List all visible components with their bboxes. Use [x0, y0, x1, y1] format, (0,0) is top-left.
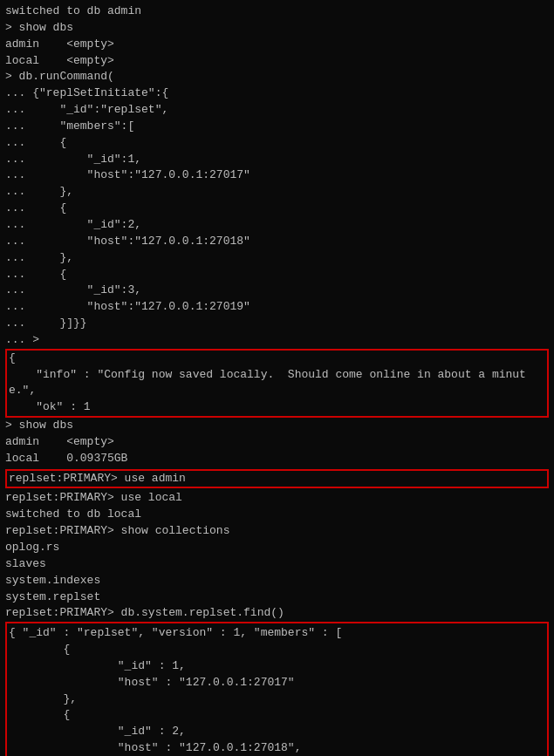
- line-41: "host" : "127.0.0.1:27017": [9, 675, 545, 691]
- line-27: admin <empty>: [5, 434, 549, 451]
- terminal-window: switched to db admin > show dbs admin <e…: [0, 0, 554, 756]
- line-28: local 0.09375GB: [5, 451, 549, 467]
- line-13: ... {: [5, 201, 549, 217]
- line-7: ... "_id":"replset",: [5, 102, 549, 119]
- line-6: ... {"replSetInitiate":{: [5, 85, 549, 102]
- line-39: {: [9, 642, 545, 658]
- line-42: },: [9, 691, 545, 708]
- line-4: local <empty>: [5, 53, 549, 70]
- line-12: ... },: [5, 184, 549, 201]
- use-admin-box: replset:PRIMARY> use admin: [5, 469, 549, 489]
- line-2: > show dbs: [5, 20, 549, 37]
- line-35: system.indexes: [5, 573, 549, 589]
- line-15: ... "host":"127.0.0.1:27018": [5, 234, 549, 250]
- line-3: admin <empty>: [5, 37, 549, 53]
- line-16: ... },: [5, 250, 549, 267]
- line-10: ... "_id":1,: [5, 152, 549, 168]
- line-38: { "_id" : "replset", "version" : 1, "mem…: [9, 625, 545, 642]
- line-37: replset:PRIMARY> db.system.replset.find(…: [5, 605, 549, 622]
- line-36: system.replset: [5, 589, 549, 606]
- line-45: "host" : "127.0.0.1:27018",: [9, 740, 545, 756]
- line-30: replset:PRIMARY> use local: [5, 490, 549, 507]
- line-8: ... "members":[: [5, 119, 549, 135]
- line-17: ... {: [5, 267, 549, 283]
- replset-find-box: { "_id" : "replset", "version" : 1, "mem…: [5, 622, 549, 756]
- line-23: "info" : "Config now saved locally. Shou…: [9, 367, 545, 384]
- line-1: switched to db admin: [5, 3, 549, 20]
- line-33: oplog.rs: [5, 540, 549, 556]
- line-43: {: [9, 707, 545, 724]
- line-5: > db.runCommand(: [5, 69, 549, 85]
- line-19: ... "host":"127.0.0.1:27019": [5, 299, 549, 316]
- line-14: ... "_id":2,: [5, 217, 549, 234]
- line-24: e.",: [9, 383, 545, 399]
- line-29: replset:PRIMARY> use admin: [9, 471, 545, 487]
- line-11: ... "host":"127.0.0.1:27017": [5, 167, 549, 184]
- info-box: { "info" : "Config now saved locally. Sh…: [5, 349, 549, 418]
- line-18: ... "_id":3,: [5, 283, 549, 299]
- line-40: "_id" : 1,: [9, 658, 545, 675]
- line-34: slaves: [5, 556, 549, 573]
- line-22: {: [9, 351, 545, 367]
- line-25: "ok" : 1: [9, 399, 545, 416]
- line-20: ... }]}}: [5, 316, 549, 332]
- line-31: switched to db local: [5, 507, 549, 523]
- line-32: replset:PRIMARY> show collections: [5, 523, 549, 540]
- line-26: > show dbs: [5, 418, 549, 434]
- line-21: ... >: [5, 332, 549, 349]
- line-9: ... {: [5, 135, 549, 152]
- line-44: "_id" : 2,: [9, 724, 545, 740]
